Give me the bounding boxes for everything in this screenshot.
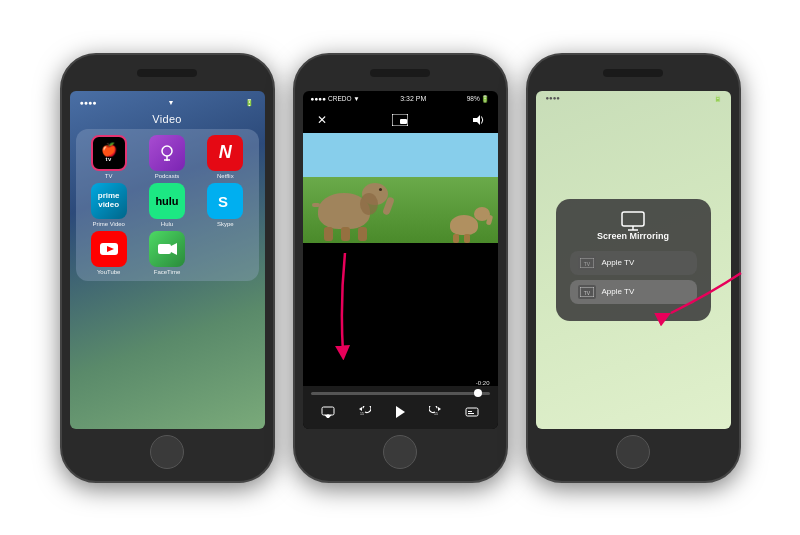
svg-text:TV: TV	[583, 260, 590, 266]
phone-1-screen: ●●●● ▼ 🔋 Video 🍎 tv TV	[70, 91, 265, 429]
svg-rect-23	[622, 212, 644, 226]
airplay-icon	[321, 406, 335, 418]
podcasts-icon-img	[149, 135, 185, 171]
svg-rect-6	[158, 244, 171, 254]
phone3-status-bar: ●●●● 🔋	[546, 95, 721, 102]
time-remaining: -0:20	[476, 380, 490, 386]
rewind-button[interactable]: 15	[353, 401, 375, 423]
netflix-letter: N	[219, 142, 232, 163]
elephant-large	[318, 193, 370, 229]
svg-text:S: S	[218, 193, 228, 210]
forward-button[interactable]: 15	[425, 401, 447, 423]
audio-button[interactable]	[468, 109, 490, 131]
app-facetime[interactable]: FaceTime	[140, 231, 194, 275]
youtube-svg	[98, 238, 120, 260]
mirroring-title-row: Screen Mirroring	[570, 211, 697, 241]
rewind-icon: 15	[357, 406, 371, 418]
hulu-text: hulu	[155, 195, 178, 207]
svg-marker-17	[438, 407, 441, 411]
wifi-icon: ▼	[167, 99, 174, 106]
app-podcasts-label: Podcasts	[155, 173, 180, 179]
seek-bar[interactable]: -0:20	[311, 392, 490, 395]
baby-leg1	[453, 234, 459, 243]
screen-mirroring-card: Screen Mirroring TV Apple TV	[556, 199, 711, 321]
forward-icon: 15	[429, 406, 443, 418]
phone-3-wrapper: ●●●● 🔋 Screen Mirroring	[526, 53, 741, 483]
app-youtube[interactable]: YouTube	[82, 231, 136, 275]
home-button-3[interactable]	[616, 435, 650, 469]
mirror-option-2-label: Apple TV	[602, 287, 635, 296]
phone-2-screen: ●●●● CREDO ▼ 3:32 PM 98% 🔋 ✕	[303, 91, 498, 429]
prime-icon-img: primevideo	[91, 183, 127, 219]
status-bar-1: ●●●● ▼ 🔋	[76, 99, 259, 107]
close-button[interactable]: ✕	[311, 109, 333, 131]
phone-2-wrapper: ●●●● CREDO ▼ 3:32 PM 98% 🔋 ✕	[293, 53, 508, 483]
home-screen: ●●●● ▼ 🔋 Video 🍎 tv TV	[70, 91, 265, 429]
app-facetime-label: FaceTime	[154, 269, 180, 275]
mirror-option-1[interactable]: TV Apple TV	[570, 251, 697, 275]
baby-leg2	[464, 234, 470, 243]
audio-icon	[472, 114, 486, 126]
app-folder: 🍎 tv TV Podcasts	[76, 129, 259, 281]
apple-tv-icon-option2: TV	[578, 285, 596, 299]
hulu-icon-img: hulu	[149, 183, 185, 219]
skype-svg: S	[214, 190, 236, 212]
app-netflix[interactable]: N Netflix	[198, 135, 252, 179]
app-netflix-label: Netflix	[217, 173, 234, 179]
battery-display: 98% 🔋	[467, 95, 490, 103]
phone-2: ●●●● CREDO ▼ 3:32 PM 98% 🔋 ✕	[293, 53, 508, 483]
app-hulu-label: Hulu	[161, 221, 173, 227]
play-button[interactable]	[389, 401, 411, 423]
prime-text: primevideo	[98, 192, 120, 210]
tv-svg-2: TV	[580, 287, 594, 297]
app-tv-label: TV	[105, 173, 113, 179]
svg-text:TV: TV	[583, 289, 590, 295]
eleph-legs	[324, 227, 367, 241]
play-icon	[394, 405, 406, 419]
pip-icon	[392, 114, 408, 126]
app-hulu[interactable]: hulu Hulu	[140, 183, 194, 227]
elephant-group	[318, 193, 370, 233]
home-button-2[interactable]	[383, 435, 417, 469]
pip-button[interactable]	[389, 109, 411, 131]
captions-icon	[465, 406, 479, 418]
svg-point-0	[162, 146, 172, 156]
tv-svg-1: TV	[580, 258, 594, 268]
eleph-body-large	[318, 193, 370, 229]
leg3	[358, 227, 367, 241]
youtube-icon-img	[91, 231, 127, 267]
video-top-controls: ✕	[303, 107, 498, 133]
podcasts-svg	[157, 143, 177, 163]
playback-controls: 15 15	[311, 401, 490, 423]
leg2	[341, 227, 350, 241]
app-apple-tv[interactable]: 🍎 tv TV	[82, 135, 136, 179]
phone3-signal: ●●●●	[546, 95, 561, 102]
svg-marker-14	[359, 407, 362, 411]
time-display: 3:32 PM	[400, 95, 426, 102]
app-prime[interactable]: primevideo Prime Video	[82, 183, 136, 227]
app-skype[interactable]: S Skype	[198, 183, 252, 227]
home-button-1[interactable]	[150, 435, 184, 469]
svg-text:15: 15	[360, 411, 364, 415]
phone-3: ●●●● 🔋 Screen Mirroring	[526, 53, 741, 483]
baby-head	[474, 207, 490, 221]
tv-text: tv	[105, 156, 111, 162]
baby-body	[450, 215, 478, 235]
video-player-screen: ●●●● CREDO ▼ 3:32 PM 98% 🔋 ✕	[303, 91, 498, 429]
video-status-bar: ●●●● CREDO ▼ 3:32 PM 98% 🔋	[303, 91, 498, 107]
eleph-tail	[312, 203, 320, 207]
signal-icon: ●●●●	[80, 99, 97, 106]
baby-legs	[453, 234, 470, 243]
app-podcasts[interactable]: Podcasts	[140, 135, 194, 179]
svg-text:15: 15	[434, 411, 438, 415]
video-controls-bar: -0:20	[303, 386, 498, 429]
captions-button[interactable]	[461, 401, 483, 423]
airplay-button[interactable]	[317, 401, 339, 423]
mirror-option-2[interactable]: TV Apple TV	[570, 280, 697, 304]
app-skype-label: Skype	[217, 221, 234, 227]
skype-icon-img: S	[207, 183, 243, 219]
mirroring-title: Screen Mirroring	[597, 231, 669, 241]
carrier-signal: ●●●● CREDO ▼	[311, 95, 360, 102]
battery-icon: 🔋	[245, 99, 254, 107]
apple-tv-icon-img: 🍎 tv	[91, 135, 127, 171]
